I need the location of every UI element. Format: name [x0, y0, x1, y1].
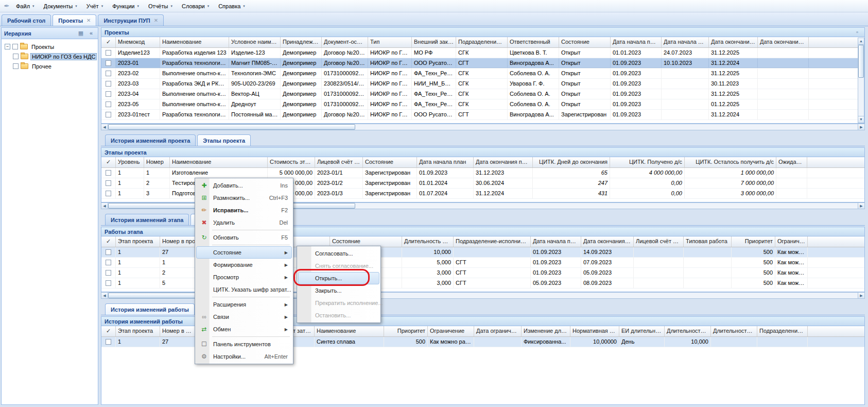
column-header[interactable]: Дата начала план.	[531, 236, 581, 247]
column-header[interactable]: Ожидаемые	[776, 157, 807, 167]
column-header[interactable]: Дата окончания план	[474, 157, 533, 167]
collapse-panel-icon[interactable]: «	[87, 29, 95, 37]
column-header[interactable]: Ограничение	[428, 326, 474, 336]
column-header[interactable]: Ответственный	[508, 37, 559, 47]
column-header[interactable]: Подразделение-от...	[456, 37, 508, 47]
menu-item-settings[interactable]: ⚙Настройки...Alt+Enter	[196, 350, 292, 363]
column-header[interactable]: Подразделение-ис...	[757, 326, 808, 336]
column-header[interactable]: Дата окончания план	[581, 236, 634, 247]
menu-item-links[interactable]: ∞Связи▶	[196, 311, 292, 323]
row-checkbox[interactable]	[106, 170, 111, 176]
tab-project-history[interactable]: История изменений проекта	[105, 134, 196, 146]
menubar-item[interactable]: Учёт▾	[82, 1, 108, 11]
column-header[interactable]: Условное наименова...	[229, 37, 281, 47]
menu-item-extensions[interactable]: Расширения▶	[196, 298, 292, 311]
row-checkbox[interactable]	[106, 339, 111, 345]
table-row[interactable]: 2023-03Разработка ЭКД и РКД н...905-U020…	[101, 79, 864, 89]
scroll-left-icon[interactable]: ◀	[101, 293, 108, 298]
projects-horizontal-scrollbar[interactable]: ◀ ▶	[101, 124, 865, 130]
tab-work-history[interactable]: История изменений работы	[105, 303, 195, 315]
table-row[interactable]: 2023-01Разработка технологии и...Магнит …	[101, 58, 864, 69]
tab-desktop[interactable]: Рабочий стол	[2, 14, 51, 26]
tree-node-label[interactable]: НИОКР по ГОЗ без НДС	[30, 53, 97, 60]
column-header[interactable]: Состояние	[330, 236, 402, 247]
menu-item-edit[interactable]: ✏Исправить...F2	[196, 204, 292, 216]
menu-item-open[interactable]: Открыть...	[298, 272, 379, 284]
column-header[interactable]: Нормативная длит...	[570, 326, 619, 336]
column-header[interactable]: Длительность фак...	[711, 326, 757, 336]
scroll-left-icon[interactable]: ◀	[101, 124, 108, 130]
row-checkbox[interactable]	[106, 60, 111, 66]
row-checkbox[interactable]	[106, 280, 111, 286]
column-header[interactable]: Стоимость этапа	[268, 157, 315, 167]
tab-stage-history[interactable]: История изменений этапа	[105, 214, 189, 225]
select-all-column-header[interactable]: ✓	[101, 326, 116, 336]
column-header[interactable]: Дата окончания ф...	[758, 37, 809, 47]
column-header[interactable]: Этап проекта	[116, 236, 160, 247]
tree-node[interactable]: НИОКР по ГОЗ без НДС	[3, 52, 96, 61]
scroll-down-icon[interactable]: ▼	[858, 116, 864, 123]
scroll-thumb[interactable]	[858, 45, 864, 78]
table-row[interactable]: 2023-02Выполнение опытно-конс...Технолог…	[101, 69, 864, 79]
table-row[interactable]: 11Изготовление5 000 000,002023-01/1Зарег…	[101, 168, 864, 178]
tree-node[interactable]: Прочее	[3, 61, 96, 71]
column-header[interactable]: Внешний заказчик	[412, 37, 456, 47]
row-checkbox[interactable]	[106, 260, 111, 265]
tree-checkbox[interactable]	[13, 63, 19, 69]
row-checkbox[interactable]	[106, 81, 111, 87]
column-header[interactable]: Лицевой счёт затрат	[315, 157, 363, 167]
select-all-column-header[interactable]: ✓	[101, 157, 116, 167]
column-header[interactable]: Этап проекта	[116, 326, 160, 336]
column-header[interactable]: Типовая работа	[684, 236, 732, 247]
menu-item-duplicate[interactable]: ⊞Размножить...Ctrl+F3	[196, 192, 292, 204]
row-checkbox[interactable]	[106, 112, 111, 117]
table-row[interactable]: 2023-05Выполнение опытно-конс...Дредноут…	[101, 99, 864, 110]
column-header[interactable]: Лицевой счёт затр...	[634, 236, 684, 247]
row-checkbox[interactable]	[106, 101, 111, 107]
hierarchy-tool-icon[interactable]: ▦	[77, 29, 85, 37]
menubar-item[interactable]: Справка▾	[214, 1, 250, 11]
row-checkbox[interactable]	[106, 191, 111, 196]
menu-item-view[interactable]: Просмотр▶	[196, 271, 292, 283]
menubar-item[interactable]: Документы▾	[39, 1, 82, 11]
column-header[interactable]: Дата начала факт...	[662, 37, 709, 47]
menu-item-close[interactable]: Закрыть...	[298, 284, 379, 297]
column-header[interactable]: Номер	[144, 157, 170, 167]
row-checkbox[interactable]	[106, 249, 111, 255]
tree-node-label[interactable]: Прочее	[30, 63, 53, 70]
column-header[interactable]: Принадлежность	[281, 37, 322, 47]
column-header[interactable]: Подразделение-исполнитель...	[454, 236, 531, 247]
column-header[interactable]: Состояние	[559, 37, 611, 47]
menu-item-toolbar-panel[interactable]: ☐Панель инструментов	[196, 338, 292, 350]
column-header[interactable]: ЦИТК. Дней до окончания	[533, 157, 610, 167]
table-row[interactable]: 2023-04Выполнение опытно-конс...Вектор-А…	[101, 89, 864, 99]
column-header[interactable]: Уровень	[116, 157, 144, 167]
menubar-item[interactable]: Словари▾	[177, 1, 214, 11]
row-checkbox[interactable]	[106, 50, 111, 56]
row-checkbox[interactable]	[106, 91, 111, 97]
tree-node-label[interactable]: Проекты	[30, 43, 56, 50]
menu-item-exchange[interactable]: ⇄Обмен▶	[196, 323, 292, 335]
column-header[interactable]: Мнемокод	[116, 37, 160, 47]
tree-checkbox[interactable]	[13, 54, 19, 59]
column-header[interactable]: ЦИТК. Получено д/с	[610, 157, 685, 167]
column-header[interactable]: Изменение длите...	[522, 326, 570, 336]
column-header[interactable]: Наименование	[170, 157, 268, 167]
menubar-item[interactable]: Функции▾	[108, 1, 144, 11]
scroll-right-icon[interactable]: ▶	[858, 203, 864, 209]
tab-close-icon[interactable]: ✕	[86, 18, 91, 23]
table-row[interactable]: 2023-01тестРазработка технологии и...Пос…	[101, 110, 864, 120]
tree-checkbox[interactable]	[12, 44, 18, 49]
menu-item-state[interactable]: Состояние▶	[196, 246, 292, 259]
menu-item-add[interactable]: ✚Добавить...Ins	[196, 179, 292, 192]
column-header[interactable]: ЦИТК. Осталось получить д/с	[685, 157, 776, 167]
column-header[interactable]: Дата начала план	[417, 157, 474, 167]
tree-node[interactable]: −Проекты	[3, 42, 96, 52]
menubar-item[interactable]: Файл▾	[11, 1, 39, 11]
column-header[interactable]: Наименование	[160, 37, 229, 47]
column-header[interactable]: Длительность план ▼	[402, 236, 454, 247]
column-header[interactable]: Ограниче...	[775, 236, 808, 247]
column-header[interactable]: Приоритет	[732, 236, 775, 247]
tab-pup-instructions[interactable]: Инструкции ПУП✕	[98, 14, 164, 26]
column-header[interactable]: Длительность пла...	[665, 326, 711, 336]
